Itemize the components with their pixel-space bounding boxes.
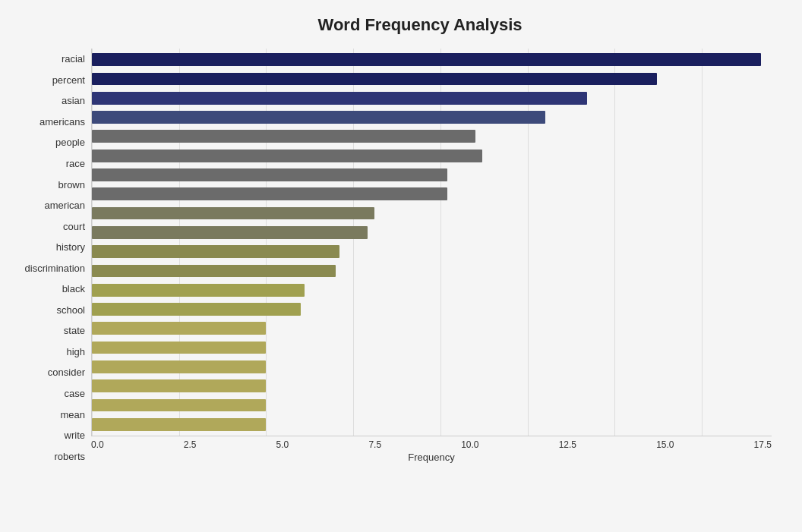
bar-row (92, 261, 772, 280)
bar (92, 111, 545, 124)
bar-row (92, 203, 772, 222)
chart-title: Word Frequency Analysis (8, 15, 772, 35)
bar-row (92, 108, 772, 127)
x-tick: 10.0 (461, 439, 478, 450)
y-label: school (56, 305, 85, 315)
y-label: americans (39, 117, 85, 127)
bar (92, 245, 339, 258)
bar-row (92, 376, 772, 395)
bar (92, 92, 587, 105)
bar (92, 379, 266, 392)
x-axis-label: Frequency (91, 452, 772, 463)
y-label: state (64, 326, 85, 335)
bar-row (92, 319, 772, 338)
bar (92, 53, 761, 66)
x-ticks: 0.02.55.07.510.012.515.017.5 (91, 436, 772, 450)
bar (92, 322, 266, 335)
bar-row (92, 69, 772, 88)
bar (92, 168, 447, 181)
y-label: race (66, 159, 85, 168)
bars-area (91, 49, 772, 436)
y-label: american (45, 200, 85, 210)
bar (92, 226, 368, 239)
y-label: write (65, 430, 85, 440)
bar (92, 207, 374, 220)
bars-and-xaxis: 0.02.55.07.510.012.515.017.5 Frequency (91, 49, 772, 467)
y-label: court (63, 222, 85, 231)
bar (92, 399, 266, 412)
bar-row (92, 338, 772, 357)
y-label: people (55, 137, 85, 147)
chart-area: racialpercentasianamericanspeopleracebro… (8, 49, 772, 467)
bar-row (92, 242, 772, 261)
bar-row (92, 281, 772, 300)
y-label: roberts (55, 452, 85, 461)
bar (92, 342, 266, 354)
bar (92, 360, 266, 373)
bar-row (92, 415, 772, 434)
y-label: discrimination (25, 263, 85, 273)
y-label: mean (60, 410, 85, 420)
y-label: racial (62, 54, 85, 64)
x-tick: 12.5 (559, 439, 576, 450)
x-tick: 5.0 (276, 439, 289, 450)
y-label: consider (48, 367, 85, 377)
x-axis: 0.02.55.07.510.012.515.017.5 Frequency (91, 436, 772, 467)
x-tick: 2.5 (184, 439, 197, 450)
y-label: brown (58, 180, 85, 190)
x-tick: 17.5 (754, 439, 772, 450)
y-label: history (56, 242, 85, 252)
bar-row (92, 395, 772, 414)
bar-row (92, 89, 772, 108)
bar-row (92, 165, 772, 184)
bar (92, 73, 657, 86)
bar-row (92, 50, 772, 69)
bar (92, 150, 482, 162)
y-label: case (65, 389, 85, 398)
y-label: black (62, 284, 85, 294)
bars-wrapper (92, 49, 772, 436)
y-label: percent (52, 75, 85, 85)
bar-row (92, 127, 772, 146)
bar-row (92, 184, 772, 203)
bar-row (92, 223, 772, 242)
bar (92, 418, 266, 431)
y-label: asian (62, 96, 85, 105)
bar (92, 303, 301, 316)
bar (92, 265, 336, 278)
y-axis: racialpercentasianamericanspeopleracebro… (8, 49, 91, 467)
y-label: high (66, 347, 85, 357)
bar (92, 284, 305, 297)
chart-container: Word Frequency Analysis racialpercentasi… (0, 0, 802, 532)
bar-row (92, 357, 772, 376)
bar (92, 130, 475, 143)
bar-row (92, 300, 772, 319)
x-tick: 15.0 (656, 439, 674, 450)
x-tick: 7.5 (368, 439, 381, 450)
bar (92, 187, 447, 200)
x-tick: 0.0 (91, 439, 104, 450)
bar-row (92, 146, 772, 165)
